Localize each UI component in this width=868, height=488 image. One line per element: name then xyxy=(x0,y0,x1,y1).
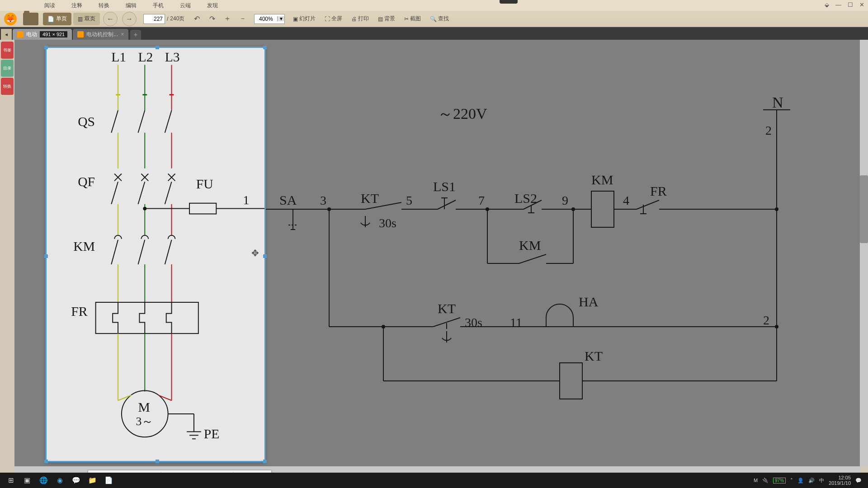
volume-icon[interactable]: 🔊 xyxy=(808,478,815,483)
svg-text:KM: KM xyxy=(519,238,541,253)
maximize-icon[interactable]: ☐ xyxy=(848,1,853,8)
svg-line-23 xyxy=(111,182,118,204)
svg-rect-31 xyxy=(189,203,216,214)
svg-text:QS: QS xyxy=(78,114,95,129)
page-indicator: / 240页 xyxy=(143,14,184,24)
side-outline[interactable]: 目录 xyxy=(1,60,14,77)
app-4-icon[interactable]: 📁 xyxy=(84,474,100,487)
svg-text:LS2: LS2 xyxy=(514,191,537,206)
app-logo[interactable]: 🦊 xyxy=(2,11,19,27)
tray-up-icon[interactable]: ˄ xyxy=(790,478,793,483)
svg-line-36 xyxy=(111,240,118,264)
battery-indicator[interactable]: 97% xyxy=(773,478,786,483)
svg-text:SA: SA xyxy=(279,192,297,207)
prev-page-button[interactable]: ← xyxy=(103,12,118,26)
dual-page-button[interactable]: ▥ 双页 xyxy=(73,13,100,25)
side-bookmark[interactable]: 书签 xyxy=(1,42,14,59)
fullscreen-button[interactable]: ⛶ 全屏 xyxy=(325,15,342,23)
page-sep: / xyxy=(167,16,168,22)
svg-text:KT: KT xyxy=(585,348,603,363)
svg-point-124 xyxy=(382,325,385,328)
menu-bar: 阅读 注释 转换 编辑 手机 云端 发现 xyxy=(0,0,868,11)
resize-handle[interactable] xyxy=(44,460,48,463)
slideshow-button[interactable]: ▣ 幻灯片 xyxy=(293,15,316,23)
page-input[interactable] xyxy=(143,14,165,24)
date: 2019/1/10 xyxy=(829,480,851,486)
notification-icon[interactable]: 💬 xyxy=(855,478,862,483)
svg-text:4: 4 xyxy=(623,193,629,207)
app-3-icon[interactable]: 💬 xyxy=(68,474,84,487)
search-button[interactable]: 🔍 查找 xyxy=(430,15,449,23)
svg-rect-94 xyxy=(591,191,614,227)
svg-line-11 xyxy=(138,110,145,132)
zoom-in-icon[interactable]: ＋ xyxy=(222,14,232,24)
svg-text:30s: 30s xyxy=(465,315,482,329)
app-2-icon[interactable]: ◉ xyxy=(52,474,68,487)
svg-text:L3: L3 xyxy=(165,50,180,64)
svg-text:3～: 3～ xyxy=(136,415,154,428)
menu-cloud[interactable]: 云端 xyxy=(172,2,199,9)
size-badge: 491 × 921 xyxy=(40,31,67,38)
zoom-select[interactable]: 400% ▼ xyxy=(254,14,285,24)
screenshot-button[interactable]: ✂ 截图 xyxy=(404,15,421,23)
window-controls: ⬙ — ☐ ✕ xyxy=(825,1,864,8)
next-page-button[interactable]: → xyxy=(122,12,137,26)
tray-person-icon[interactable]: 👤 xyxy=(797,478,804,483)
side-convert[interactable]: 转换 xyxy=(1,78,14,95)
svg-line-98 xyxy=(637,200,659,209)
undo-icon[interactable]: ↶ xyxy=(192,14,202,24)
circuit-diagram-control: ～220V N 2 SA 3 KT 30s 5 LS1 7 LS2 xyxy=(266,47,854,462)
svg-line-51 xyxy=(158,395,172,400)
app-1-icon[interactable]: 🌐 xyxy=(35,474,52,487)
start-button[interactable]: ⊞ xyxy=(3,474,19,487)
tab-1[interactable]: 电动 491 × 921 xyxy=(13,29,72,40)
svg-text:KT: KT xyxy=(361,191,379,206)
tab-add-button[interactable]: ＋ xyxy=(130,30,141,40)
menu-discover[interactable]: 发现 xyxy=(199,2,226,9)
menu-annot[interactable]: 注释 xyxy=(63,2,90,9)
tab-2[interactable]: 电动机控制... × xyxy=(73,29,128,40)
redo-icon[interactable]: ↷ xyxy=(207,14,217,24)
menu-read[interactable]: 阅读 xyxy=(36,2,63,9)
clock[interactable]: 12:05 2019/1/10 xyxy=(829,475,851,486)
svg-text:N: N xyxy=(772,94,783,111)
svg-line-25 xyxy=(165,182,172,204)
pin-icon[interactable]: ⬙ xyxy=(825,1,829,8)
open-folder-icon[interactable] xyxy=(23,13,38,25)
pdf-icon xyxy=(77,31,84,38)
svg-rect-43 xyxy=(96,302,198,333)
selected-region[interactable]: L1 L2 L3 QS QF xyxy=(45,47,266,462)
tab-close-icon[interactable]: × xyxy=(121,31,124,38)
svg-text:KM: KM xyxy=(591,172,613,187)
menu-convert[interactable]: 转换 xyxy=(90,2,118,9)
side-panel: 书签 目录 转换 xyxy=(0,40,14,95)
document-viewport[interactable]: L1 L2 L3 QS QF xyxy=(14,40,868,466)
minimize-icon[interactable]: — xyxy=(835,1,841,8)
svg-line-10 xyxy=(111,110,118,132)
svg-text:5: 5 xyxy=(406,193,412,207)
chevron-down-icon[interactable]: ▼ xyxy=(277,16,284,21)
page-total: 240页 xyxy=(170,15,184,23)
toolbar: 🦊 📄 单页 ▥ 双页 ← → / 240页 ↶ ↷ ＋ － 400% ▼ ▣ … xyxy=(0,11,868,27)
zoom-out-icon[interactable]: － xyxy=(238,14,248,24)
resize-handle[interactable] xyxy=(156,460,159,463)
menu-edit[interactable]: 编辑 xyxy=(118,2,145,9)
tab-back-icon[interactable]: ◂ xyxy=(1,29,12,40)
task-view-icon[interactable]: ▣ xyxy=(19,474,35,487)
ime-indicator[interactable]: 中 xyxy=(819,477,824,484)
background-button[interactable]: ▤ 背景 xyxy=(378,15,395,23)
tab-bar: ◂ 电动 491 × 921 电动机控制... × ＋ xyxy=(0,27,868,40)
svg-line-12 xyxy=(165,110,172,132)
tab-2-label: 电动机控制... xyxy=(86,31,118,38)
app-5-icon[interactable]: 📄 xyxy=(100,474,117,487)
vertical-scrollbar[interactable] xyxy=(860,40,868,466)
single-page-button[interactable]: 📄 单页 xyxy=(43,13,71,25)
tray-m-icon[interactable]: M xyxy=(754,478,758,483)
tray-plug-icon[interactable]: 🔌 xyxy=(762,478,769,483)
print-button[interactable]: 🖨 打印 xyxy=(351,15,369,23)
circuit-diagram-power: L1 L2 L3 QS QF xyxy=(47,48,264,459)
move-cursor-icon: ✥ xyxy=(251,248,259,258)
menu-mobile[interactable]: 手机 xyxy=(145,2,172,9)
close-icon[interactable]: ✕ xyxy=(859,1,864,8)
scrollbar-thumb[interactable] xyxy=(860,175,868,243)
